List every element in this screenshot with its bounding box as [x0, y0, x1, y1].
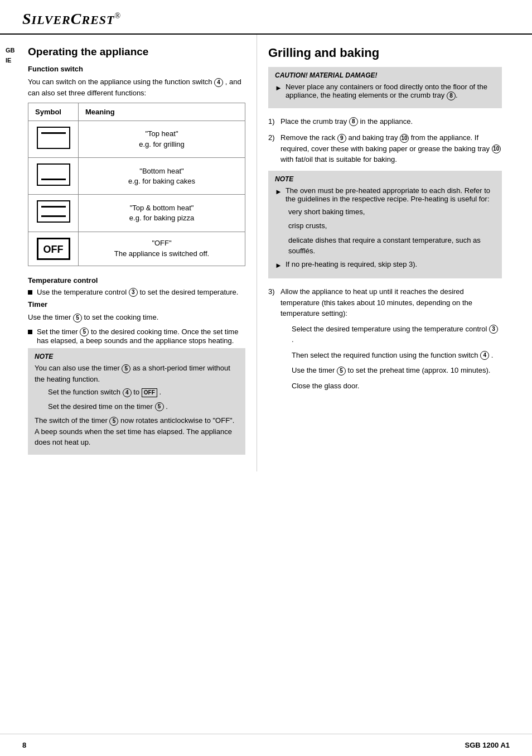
step-2-content: Remove the rack 9 and baking tray 10 fro…: [280, 132, 502, 165]
header: SILVERCREST®: [0, 0, 532, 35]
step3-indent-1: Select the desired temperature using the…: [292, 324, 502, 345]
function-switch-intro: You can switch on the appliance using th…: [28, 76, 245, 98]
note-text-2: If no pre-heating is required, skip step…: [286, 260, 417, 268]
caution-box: CAUTION! MATERIAL DAMAGE! ► Never place …: [268, 67, 502, 108]
circle-10b-step2: 10: [492, 145, 501, 153]
table-col-symbol: Symbol: [28, 103, 79, 121]
note-inset-1: Set the function switch 4 to OFF .: [48, 387, 239, 398]
note-box-right: NOTE ► The oven must be pre-heated appro…: [268, 171, 502, 279]
step-1-content: Place the crumb tray 8 in the appliance.: [280, 116, 413, 127]
circle-3-temp: 3: [129, 288, 138, 297]
note-right-title: NOTE: [275, 175, 495, 183]
step-2-num: 2): [268, 132, 280, 143]
step3-indent-2: Then select the required function using …: [292, 350, 502, 361]
step-3-num: 3): [268, 286, 280, 297]
step3-indent-4: Close the glass door.: [292, 381, 502, 392]
table-row: "Top & bottom heat" e.g. for baking pizz…: [28, 195, 245, 232]
note-sub-1: very short baking times,: [288, 206, 495, 218]
brand-silver: SILVERCREST: [22, 10, 115, 27]
symbol-top-heat: [28, 121, 79, 158]
caution-title: CAUTION! MATERIAL DAMAGE!: [275, 71, 495, 79]
circle-5-step3: 5: [337, 367, 346, 375]
circle-3-step3: 3: [489, 325, 498, 334]
circle-10-step2: 10: [400, 134, 409, 143]
top-line-both: [41, 206, 66, 208]
meaning-both-heat: "Top & bottom heat" e.g. for baking pizz…: [79, 195, 245, 232]
note-bullet-1: ► The oven must be pre-heated appropriat…: [275, 186, 495, 203]
timer-intro: Use the timer 5 to set the cooking time.: [28, 312, 245, 323]
note-sub-3: delicate dishes that require a constant …: [288, 235, 495, 257]
arrow-icon: ►: [275, 83, 282, 94]
note-text-1: The oven must be pre-heated appropriate …: [286, 186, 495, 203]
temp-control-text: Use the temperature control 3 to set the…: [37, 288, 238, 297]
note-bullet-2: ► If no pre-heating is required, skip st…: [275, 260, 495, 271]
meaning-bottom-heat: "Bottom heat" e.g. for baking cakes: [79, 158, 245, 195]
circle-5-note: 5: [122, 364, 130, 373]
top-line: [41, 132, 66, 134]
main-content: GB IE Operating the appliance Function s…: [0, 35, 532, 471]
step3-indent-3: Use the timer 5 to set the preheat time …: [292, 365, 502, 376]
table-row: "Bottom heat" e.g. for baking cakes: [28, 158, 245, 195]
note-line4: The switch of the timer 5 now rotates an…: [35, 415, 239, 448]
top-heat-symbol: [37, 127, 70, 149]
circle-5-timer: 5: [73, 314, 82, 322]
off-symbol: OFF: [37, 238, 70, 260]
circle-8-caution: 8: [447, 92, 456, 100]
circle-8-step1: 8: [349, 117, 358, 126]
circle-4-note: 4: [123, 388, 132, 397]
note-line1: You can also use the timer 5 as a short-…: [35, 363, 239, 384]
step-1: 1) Place the crumb tray 8 in the applian…: [268, 116, 502, 127]
note-sub-2: crisp crusts,: [288, 220, 495, 232]
bottom-line-both: [41, 215, 66, 217]
meaning-off: "OFF" The appliance is switched off.: [79, 232, 245, 266]
table-row: "Top heat" e.g. for grilling: [28, 121, 245, 158]
timer-bullet-text: Set the timer 5 to the desired cooking t…: [37, 328, 245, 345]
circle-5-note2: 5: [155, 402, 164, 411]
bottom-heat-symbol: [37, 163, 70, 186]
bullet-square-icon: [28, 290, 32, 295]
meaning-top-heat: "Top heat" e.g. for grilling: [79, 121, 245, 158]
country-badges: GB IE: [6, 46, 15, 65]
bullet-square-icon: [28, 330, 32, 334]
temp-control-bullet: Use the temperature control 3 to set the…: [28, 288, 245, 297]
symbol-off: OFF: [28, 232, 79, 266]
table-col-meaning: Meaning: [79, 103, 245, 121]
note-box-timer: NOTE You can also use the timer 5 as a s…: [28, 348, 245, 455]
note-title: NOTE: [35, 353, 239, 360]
step-3: 3) Allow the appliance to heat up until …: [268, 286, 502, 396]
brand-registered: ®: [115, 12, 122, 20]
section-title-operating: Operating the appliance: [28, 46, 245, 58]
brand-logo: SILVERCREST®: [22, 10, 121, 27]
caution-bullet: ► Never place any containers or food dir…: [275, 83, 495, 100]
arrow-icon-2: ►: [275, 186, 282, 198]
timer-bullet: Set the timer 5 to the desired cooking t…: [28, 328, 245, 345]
bottom-line: [41, 179, 66, 180]
step-3-content: Allow the appliance to heat up until it …: [280, 286, 502, 396]
circle-5-note3: 5: [109, 417, 118, 426]
model-number: SGB 1200 A1: [465, 741, 510, 749]
subsection-temp-control: Temperature control: [28, 276, 245, 285]
caution-text: Never place any containers or food direc…: [286, 83, 495, 100]
step-2: 2) Remove the rack 9 and baking tray 10 …: [268, 132, 502, 165]
circle-5b: 5: [80, 328, 89, 336]
off-inline-icon: OFF: [142, 388, 157, 397]
symbol-both-heat: [28, 195, 79, 232]
table-row: OFF "OFF" The appliance is switched off.: [28, 232, 245, 266]
arrow-icon-3: ►: [275, 260, 282, 271]
right-column: Grilling and baking CAUTION! MATERIAL DA…: [257, 35, 519, 471]
both-heat-symbol: [37, 200, 70, 223]
left-column: GB IE Operating the appliance Function s…: [0, 35, 257, 471]
note-inset-2: Set the desired time on the timer 5 .: [48, 401, 239, 412]
footer: 8 SGB 1200 A1: [0, 734, 532, 756]
circle-4-step3: 4: [480, 351, 489, 360]
section-title-grilling: Grilling and baking: [268, 46, 502, 60]
circle-9-step2: 9: [337, 134, 346, 143]
function-table: Symbol Meaning: [28, 103, 245, 266]
circle-4-intro: 4: [214, 78, 223, 87]
step-1-num: 1): [268, 116, 280, 127]
symbol-bottom-heat: [28, 158, 79, 195]
page-number: 8: [22, 741, 26, 749]
subsection-timer: Timer: [28, 300, 245, 309]
subsection-function-switch: Function switch: [28, 65, 245, 73]
